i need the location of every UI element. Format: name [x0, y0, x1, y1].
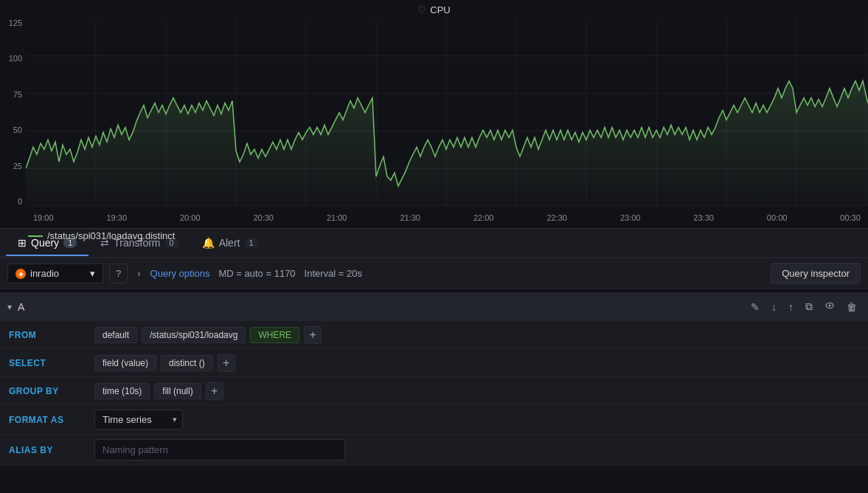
format-as-label: FORMAT AS [0, 409, 88, 431]
tab-alert-badge: 1 [244, 238, 257, 248]
alias-by-label: ALIAS BY [0, 439, 88, 461]
toggle-visibility-button[interactable] [821, 298, 839, 315]
chart-svg [26, 18, 868, 206]
bell-icon: 🔔 [202, 237, 215, 249]
query-inspector-button[interactable]: Query inspector [771, 263, 861, 284]
from-content: default /status/spi031/loadavg WHERE + [88, 322, 868, 348]
chart-canvas [26, 18, 868, 206]
chart-legend: /status/spi031/loadavg.distinct [28, 230, 175, 241]
group-by-time-tag[interactable]: time (10s) [94, 383, 150, 399]
chart-legend-label: /status/spi031/loadavg.distinct [47, 230, 175, 241]
group-by-label: GROUP BY [0, 380, 88, 402]
query-section-a: ▾ A ✎ ↓ ↑ ⧉ 🗑 FROM default /status/spi03… [0, 292, 868, 466]
format-as-select[interactable]: Time series Table Logs [94, 410, 183, 430]
md-info: MD = auto = 1170 [219, 268, 296, 279]
select-content: field (value) distinct () + [88, 350, 868, 376]
where-button[interactable]: WHERE [250, 327, 299, 343]
chart-title: ♡ CPU [0, 4, 868, 15]
heart-icon: ♡ [417, 4, 426, 15]
format-as-content: Time series Table Logs ▾ [88, 405, 868, 434]
group-by-row: GROUP BY time (10s) fill (null) + [0, 377, 868, 405]
datasource-label: inradio [30, 268, 59, 279]
chart-x-axis: 19:00 19:30 20:00 20:30 21:00 21:30 22:0… [26, 207, 868, 228]
help-button[interactable]: ? [109, 263, 128, 283]
alias-by-row: ALIAS BY [0, 435, 868, 466]
query-section-header[interactable]: ▾ A ✎ ↓ ↑ ⧉ 🗑 [0, 292, 868, 321]
group-by-fill-tag[interactable]: fill (null) [154, 383, 201, 399]
move-up-button[interactable]: ↑ [785, 298, 797, 315]
from-table-tag[interactable]: /status/spi031/loadavg [142, 327, 246, 343]
section-collapse-icon: ▾ [7, 302, 12, 312]
format-select-wrapper: Time series Table Logs ▾ [94, 410, 183, 430]
alias-by-content [88, 435, 868, 465]
edit-button[interactable]: ✎ [747, 298, 763, 315]
format-as-row: FORMAT AS Time series Table Logs ▾ [0, 405, 868, 435]
expand-icon[interactable]: › [133, 264, 144, 283]
svg-point-19 [829, 305, 831, 307]
query-options-link[interactable]: Query options [150, 268, 210, 279]
select-label: SELECT [0, 352, 88, 374]
group-by-content: time (10s) fill (null) + [88, 378, 868, 404]
select-row: SELECT field (value) distinct () + [0, 349, 868, 377]
copy-button[interactable]: ⧉ [802, 298, 816, 315]
from-database-tag[interactable]: default [94, 327, 137, 343]
chevron-down-icon: ▾ [90, 268, 95, 279]
from-label: FROM [0, 324, 88, 346]
query-icon: ⊞ [18, 237, 27, 249]
interval-info: Interval = 20s [305, 268, 362, 279]
eye-icon [824, 300, 835, 311]
legend-line [28, 235, 43, 237]
from-add-button[interactable]: + [304, 326, 322, 344]
datasource-icon: ◈ [15, 269, 26, 279]
from-row: FROM default /status/spi031/loadavg WHER… [0, 321, 868, 349]
select-field-tag[interactable]: field (value) [94, 355, 156, 371]
chart-y-axis: 125 100 75 50 25 0 [0, 18, 26, 206]
chart-container: ♡ CPU 125 100 75 50 25 0 [0, 0, 868, 229]
section-label: A [18, 301, 741, 313]
datasource-select[interactable]: ◈ inradio ▾ [7, 263, 103, 283]
chart-title-text: CPU [430, 4, 450, 15]
group-by-add-button[interactable]: + [206, 382, 223, 400]
alias-by-input[interactable] [94, 439, 345, 461]
move-down-button[interactable]: ↓ [768, 298, 780, 315]
delete-button[interactable]: 🗑 [843, 298, 861, 315]
tab-alert[interactable]: 🔔 Alert 1 [190, 231, 270, 256]
section-actions: ✎ ↓ ↑ ⧉ 🗑 [747, 298, 861, 315]
query-options-bar: ◈ inradio ▾ ? › Query options MD = auto … [0, 258, 868, 289]
select-add-button[interactable]: + [218, 354, 235, 372]
tab-alert-label: Alert [219, 237, 240, 249]
select-func-tag[interactable]: distinct () [161, 355, 213, 371]
